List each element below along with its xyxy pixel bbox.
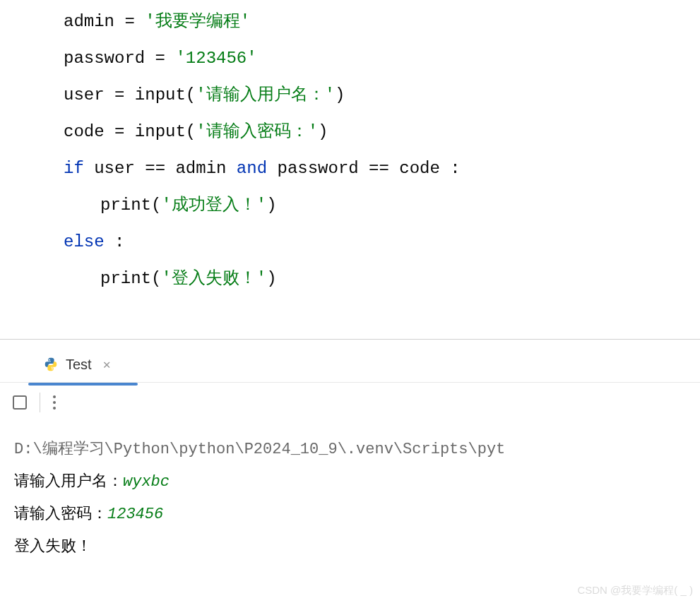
- console-output[interactable]: D:\编程学习\Python\python\P2024_10_9\.venv\S…: [0, 422, 700, 575]
- string-literal: '请输入用户名：': [196, 85, 335, 105]
- code-editor[interactable]: admin = '我要学编程' password = '123456' user…: [0, 0, 700, 339]
- variable: code: [64, 122, 105, 141]
- operator: =: [105, 122, 135, 141]
- variable: user: [64, 85, 105, 105]
- paren: (: [151, 196, 161, 215]
- code-line-2[interactable]: password = '123456': [64, 40, 700, 77]
- string-literal: '请输入密码：': [196, 122, 318, 141]
- string-literal: '123456': [175, 49, 256, 68]
- python-icon: [43, 357, 59, 372]
- prompt-text: 请输入密码：: [14, 506, 107, 523]
- tab-underline: [28, 383, 138, 386]
- keyword-else: else: [64, 232, 105, 251]
- paren: (: [186, 85, 196, 105]
- user-input: 123456: [107, 506, 163, 523]
- builtin-fn: input: [135, 85, 186, 105]
- paren: (: [151, 269, 161, 288]
- variable: admin: [64, 12, 114, 31]
- builtin-fn: print: [100, 269, 151, 288]
- expression: user == admin: [84, 159, 237, 178]
- run-tab[interactable]: Test ✕: [32, 351, 122, 378]
- expression: password == code :: [267, 159, 461, 178]
- paren: (: [186, 122, 196, 141]
- paren: ): [266, 269, 276, 288]
- code-line-8[interactable]: print('登入失败！'): [64, 261, 700, 297]
- code-line-3[interactable]: user = input('请输入用户名：'): [64, 77, 700, 114]
- separator: [40, 393, 40, 412]
- run-panel-header: Test ✕: [0, 340, 700, 382]
- keyword-if: if: [64, 159, 84, 178]
- console-line-2: 请输入密码：123456: [14, 498, 686, 531]
- prompt-text: 请输入用户名：: [14, 473, 123, 491]
- code-line-1[interactable]: admin = '我要学编程': [64, 4, 700, 40]
- console-toolbar: [0, 382, 700, 422]
- close-icon[interactable]: ✕: [103, 357, 111, 372]
- code-line-7[interactable]: else :: [64, 224, 700, 261]
- builtin-fn: print: [100, 196, 151, 215]
- variable: password: [64, 49, 145, 68]
- paren: ): [266, 196, 276, 215]
- code-line-5[interactable]: if user == admin and password == code :: [64, 150, 700, 187]
- paren: ): [335, 85, 345, 105]
- code-line-4[interactable]: code = input('请输入密码：'): [64, 114, 700, 150]
- keyword-and: and: [237, 159, 267, 178]
- operator: =: [105, 85, 135, 105]
- string-literal: '成功登入！': [161, 196, 266, 215]
- operator: =: [114, 12, 145, 31]
- more-icon[interactable]: [53, 395, 56, 410]
- colon: :: [105, 232, 125, 251]
- console-line-3: 登入失败！: [14, 531, 686, 563]
- tab-label: Test: [66, 357, 92, 373]
- watermark: CSDN @我要学编程( _ ): [577, 584, 693, 597]
- console-line-1: 请输入用户名：wyxbc: [14, 466, 686, 498]
- builtin-fn: input: [135, 122, 186, 141]
- user-input: wyxbc: [123, 473, 170, 491]
- string-literal: '登入失败！': [161, 269, 266, 288]
- code-line-6[interactable]: print('成功登入！'): [64, 187, 700, 224]
- operator: =: [145, 49, 175, 68]
- paren: ): [318, 122, 328, 141]
- console-path: D:\编程学习\Python\python\P2024_10_9\.venv\S…: [14, 434, 686, 466]
- stop-icon[interactable]: [13, 395, 27, 410]
- string-literal: '我要学编程': [145, 12, 250, 31]
